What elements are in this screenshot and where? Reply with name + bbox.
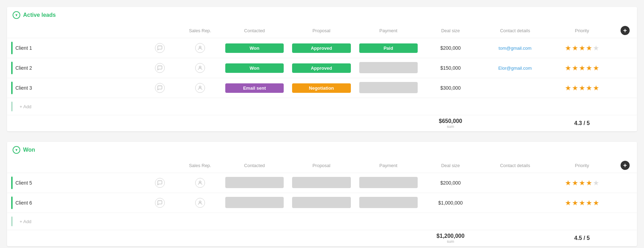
deal-size-cell: $1,000,000 — [422, 193, 479, 213]
th-contacted: Contacted — [221, 23, 288, 38]
svg-point-3 — [199, 181, 201, 183]
empty-status — [359, 82, 418, 93]
section-collapse-icon[interactable]: ▾ — [13, 146, 20, 154]
add-row-cell: + Add — [7, 213, 637, 230]
table-row: Client 5 — [7, 173, 637, 193]
client-cell: Client 3 — [7, 78, 141, 98]
comment-cell — [141, 38, 179, 58]
section-title: Won — [23, 147, 35, 153]
proposal-cell: Negotiation — [288, 78, 355, 98]
summary-dealsize: $650,000 sum — [422, 115, 479, 132]
comment-icon[interactable] — [155, 83, 165, 93]
section-collapse-icon[interactable]: ▾ — [13, 11, 20, 19]
comment-icon[interactable] — [155, 43, 165, 53]
user-icon[interactable] — [195, 43, 205, 53]
comment-icon[interactable] — [155, 63, 165, 73]
table-row: Client 1 — [7, 38, 637, 58]
summary-end — [613, 230, 637, 247]
th-salesrep: Sales Rep. — [179, 23, 221, 38]
add-bar — [11, 102, 13, 111]
column-headers: Sales Rep. Contacted Proposal Payment De… — [7, 23, 637, 38]
star: ★ — [572, 84, 578, 92]
user-icon[interactable] — [195, 83, 205, 93]
salesrep-cell — [179, 78, 221, 98]
client-cell: Client 2 — [7, 58, 141, 78]
row-bar — [11, 82, 13, 94]
contact-email[interactable]: tom@gmail.com — [498, 46, 531, 51]
row-bar — [11, 62, 13, 74]
add-column-button[interactable]: + — [621, 26, 630, 35]
th-payment: Payment — [355, 23, 422, 38]
star: ★ — [572, 199, 578, 207]
user-icon[interactable] — [195, 63, 205, 73]
status-pill[interactable]: Negotiation — [292, 83, 351, 93]
avg-score: 4.5 / 5 — [555, 235, 609, 241]
contacted-cell — [221, 193, 288, 213]
section-header: ▾ Active leads — [7, 7, 637, 23]
star: ★ — [572, 44, 578, 52]
user-icon[interactable] — [195, 178, 205, 188]
section-active-leads: ▾ Active leads Sales Rep. Contacted Prop… — [7, 7, 637, 131]
status-pill[interactable]: Paid — [359, 43, 418, 53]
th-dealsize: Deal size — [422, 23, 479, 38]
star: ★ — [565, 199, 571, 207]
svg-point-0 — [199, 46, 201, 48]
client-cell: Client 5 — [7, 173, 141, 193]
client-cell: Client 1 — [7, 38, 141, 58]
stars-container[interactable]: ★★★★★ — [565, 44, 599, 52]
comment-icon[interactable] — [155, 178, 165, 188]
proposal-cell — [288, 193, 355, 213]
add-item-button[interactable]: + Add — [15, 104, 31, 109]
contact-details-cell — [479, 193, 551, 213]
status-pill[interactable]: Email sent — [225, 83, 284, 93]
status-pill[interactable]: Approved — [292, 63, 351, 73]
add-bar — [11, 216, 13, 226]
empty-status — [292, 177, 351, 188]
th-comment — [141, 158, 179, 173]
summary-contact-spacer — [479, 230, 551, 247]
priority-cell: ★★★★★ — [551, 58, 613, 78]
th-dealsize: Deal size — [422, 158, 479, 173]
stars-container[interactable]: ★★★★★ — [565, 199, 599, 207]
proposal-cell — [288, 173, 355, 193]
comment-cell — [141, 58, 179, 78]
priority-cell: ★★★★★ — [551, 78, 613, 98]
th-client — [7, 23, 141, 38]
payment-cell: Paid — [355, 38, 422, 58]
th-contacted: Contacted — [221, 158, 288, 173]
comment-icon[interactable] — [155, 198, 165, 208]
client-name: Client 1 — [15, 45, 32, 51]
summary-priority: 4.5 / 5 — [551, 230, 613, 247]
th-contact: Contact details — [479, 158, 551, 173]
stars-container[interactable]: ★★★★★ — [565, 179, 599, 187]
status-pill[interactable]: Approved — [292, 43, 351, 53]
th-salesrep: Sales Rep. — [179, 158, 221, 173]
total-deal-size: $1,200,000 — [426, 233, 475, 239]
user-icon[interactable] — [195, 198, 205, 208]
row-bar — [11, 197, 13, 209]
contacted-cell: Won — [221, 58, 288, 78]
row-bar — [11, 177, 13, 189]
status-pill[interactable]: Won — [225, 63, 284, 73]
contact-email[interactable]: Elor@gmail.com — [498, 66, 532, 71]
summary-spacer — [7, 230, 422, 247]
client-name: Client 3 — [15, 85, 32, 91]
client-cell: Client 6 — [7, 193, 141, 213]
add-item-button[interactable]: + Add — [15, 219, 31, 224]
table-row: Client 2 — [7, 58, 637, 78]
sum-label: sum — [426, 124, 475, 129]
add-row: + Add — [7, 213, 637, 230]
comment-cell — [141, 193, 179, 213]
stars-container[interactable]: ★★★★★ — [565, 84, 599, 92]
stars-container[interactable]: ★★★★★ — [565, 64, 599, 72]
row-actions-cell — [613, 58, 637, 78]
status-pill[interactable]: Won — [225, 43, 284, 53]
sum-label: sum — [426, 239, 475, 243]
summary-end — [613, 115, 637, 132]
th-proposal: Proposal — [288, 23, 355, 38]
star: ★ — [586, 179, 592, 187]
add-column-button[interactable]: + — [621, 161, 630, 170]
priority-cell: ★★★★★ — [551, 193, 613, 213]
row-actions-cell — [613, 193, 637, 213]
th-contact: Contact details — [479, 23, 551, 38]
